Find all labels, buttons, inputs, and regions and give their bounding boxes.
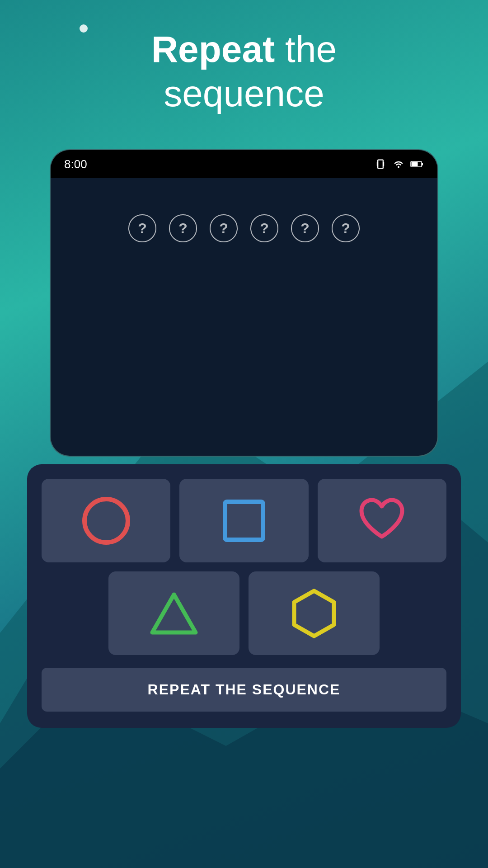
svg-point-6 — [398, 166, 399, 168]
heart-icon — [355, 494, 409, 548]
svg-marker-12 — [152, 594, 196, 632]
status-time: 8:00 — [64, 157, 87, 171]
svg-point-10 — [84, 499, 128, 542]
phone-mockup: 8:00 ? ? ? — [50, 149, 438, 457]
svg-rect-11 — [225, 502, 263, 540]
bottom-panel: REPEAT THE SEQUENCE — [27, 464, 461, 728]
wifi-icon — [392, 159, 405, 169]
hexagon-button[interactable] — [249, 571, 380, 655]
shapes-top-row — [42, 479, 446, 562]
triangle-button[interactable] — [108, 571, 239, 655]
vibrate-icon — [374, 158, 387, 170]
triangle-icon — [147, 586, 201, 641]
question-mark-1: ? — [128, 214, 156, 242]
question-mark-5: ? — [291, 214, 319, 242]
repeat-sequence-button[interactable]: REPEAT THE SEQUENCE — [42, 668, 446, 712]
status-bar: 8:00 — [51, 150, 437, 178]
square-button[interactable] — [179, 479, 308, 562]
shapes-bottom-row — [42, 571, 446, 655]
battery-icon — [410, 159, 424, 169]
svg-rect-9 — [412, 162, 418, 166]
circle-icon — [79, 494, 133, 548]
hexagon-icon — [287, 586, 341, 641]
question-mark-6: ? — [332, 214, 360, 242]
svg-rect-5 — [383, 162, 384, 166]
title-section: Repeat the sequence — [0, 27, 488, 116]
question-marks-row: ? ? ? ? ? ? — [51, 178, 437, 269]
page-title: Repeat the sequence — [45, 27, 443, 116]
svg-rect-8 — [422, 163, 423, 165]
question-mark-3: ? — [210, 214, 238, 242]
svg-marker-13 — [294, 591, 334, 636]
status-icons — [374, 158, 424, 170]
svg-rect-3 — [378, 160, 383, 169]
circle-button[interactable] — [42, 479, 170, 562]
heart-button[interactable] — [318, 479, 446, 562]
svg-rect-4 — [377, 162, 378, 166]
question-mark-4: ? — [250, 214, 278, 242]
question-mark-2: ? — [169, 214, 197, 242]
square-icon — [217, 494, 271, 548]
